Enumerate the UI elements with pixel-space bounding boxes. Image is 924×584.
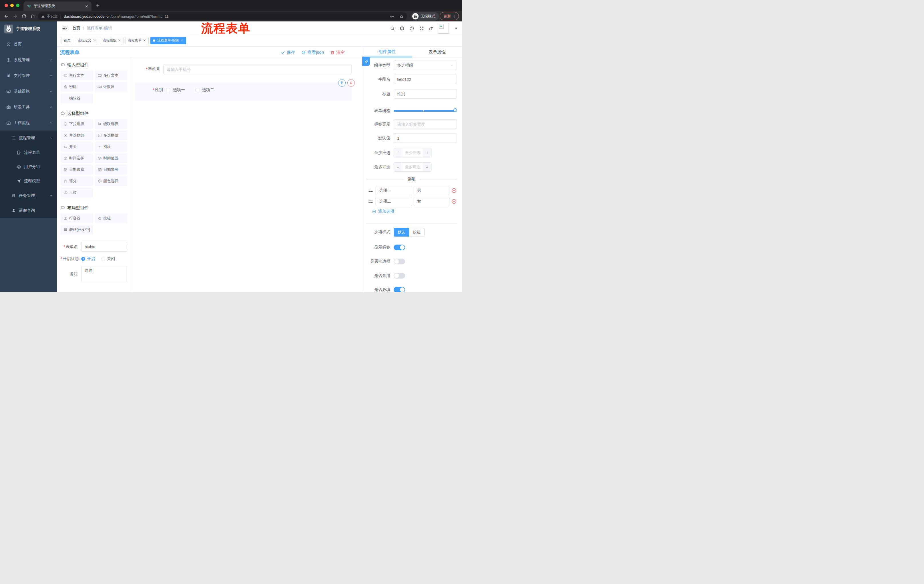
delete-component-button[interactable] <box>347 79 355 87</box>
sidebar-item-工作流程[interactable]: 工作流程 <box>0 115 57 131</box>
remove-option-icon[interactable] <box>451 188 457 193</box>
new-tab-button[interactable] <box>96 3 100 8</box>
option-style-default[interactable]: 默认 <box>394 228 409 237</box>
tab-form-props[interactable]: 表单属性 <box>412 47 462 58</box>
reload-icon[interactable] <box>21 14 26 19</box>
tab-close-icon[interactable] <box>85 4 89 8</box>
palette-item-多行文本[interactable]: 多行文本 <box>95 71 127 80</box>
avatar[interactable] <box>438 23 449 34</box>
option-label-input[interactable] <box>376 186 412 195</box>
toggle-是否禁用[interactable] <box>394 273 405 278</box>
sidebar-item-用户分组[interactable]: 用户分组 <box>0 160 57 174</box>
sidebar-item-流程模型[interactable]: 流程模型 <box>0 174 57 188</box>
tag-流程定义[interactable]: 流程定义 <box>75 37 98 44</box>
slider-handle[interactable] <box>454 108 457 112</box>
stepper-decrease-button[interactable]: − <box>394 163 402 171</box>
component-type-select[interactable]: 多选框组 <box>394 61 457 70</box>
stepper-increase-button[interactable]: + <box>423 148 431 157</box>
sidebar-collapse-icon[interactable] <box>62 26 67 31</box>
checkbox-icon[interactable] <box>195 88 199 92</box>
status-radio-off[interactable]: 关闭 <box>101 256 115 262</box>
help-icon[interactable] <box>409 26 414 31</box>
font-size-icon[interactable]: TT <box>429 26 433 31</box>
fullscreen-icon[interactable] <box>419 26 424 31</box>
field-name-input[interactable] <box>394 74 457 84</box>
sidebar-item-请假查询[interactable]: 请假查询 <box>0 203 57 218</box>
view-json-button[interactable]: 查看json <box>301 50 324 55</box>
home-icon[interactable] <box>30 14 35 19</box>
tag-首页[interactable]: 首页 <box>61 37 73 44</box>
tag-流程表单-编辑[interactable]: 流程表单-编辑 <box>150 37 186 44</box>
default-value-input[interactable] <box>394 133 457 143</box>
palette-item-级联选择[interactable]: 级联选择 <box>95 119 127 129</box>
form-name-input[interactable] <box>81 242 127 252</box>
gender-option-1[interactable]: 选项一 <box>166 87 185 92</box>
sidebar-item-研发工具[interactable]: 研发工具 <box>0 99 57 115</box>
browser-menu-icon[interactable] <box>452 14 456 18</box>
option-value-input[interactable] <box>414 197 449 206</box>
password-key-icon[interactable] <box>390 14 394 18</box>
status-radio-on[interactable]: 开启 <box>81 256 95 262</box>
palette-item-按钮[interactable]: 按钮 <box>95 214 127 223</box>
palette-item-下拉选择[interactable]: 下拉选择 <box>61 119 93 129</box>
option-label-input[interactable] <box>376 197 412 206</box>
canvas-field-phone[interactable]: *手机号 <box>131 64 351 74</box>
toggle-显示标签[interactable] <box>394 245 405 250</box>
grid-slider[interactable] <box>394 110 455 112</box>
sidebar-item-支付管理[interactable]: ¥支付管理 <box>0 68 57 84</box>
tag-流程表单[interactable]: 流程表单 <box>125 37 148 44</box>
palette-item-时间选择[interactable]: 时间选择 <box>61 153 93 163</box>
gender-option-2[interactable]: 选项二 <box>195 87 214 92</box>
option-value-input[interactable] <box>414 186 449 195</box>
palette-item-上传[interactable]: 上传 <box>61 188 93 197</box>
palette-item-日期范围[interactable]: 日期范围 <box>95 165 127 174</box>
palette-item-单选框组[interactable]: 单选框组 <box>61 131 93 140</box>
stepper-decrease-button[interactable]: − <box>394 148 402 157</box>
canvas-field-gender-selected[interactable]: *性别 选项一 选项二 <box>135 83 351 100</box>
maximize-window-button[interactable] <box>16 4 20 7</box>
label-width-input[interactable] <box>394 119 457 129</box>
minimize-window-button[interactable] <box>10 4 14 7</box>
window-controls[interactable] <box>5 4 20 7</box>
palette-item-评分[interactable]: 评分 <box>61 176 93 186</box>
save-button[interactable]: 保存 <box>280 50 295 55</box>
sidebar-item-home[interactable]: 首页 <box>0 36 57 52</box>
palette-item-多选框组[interactable]: 多选框组 <box>95 131 127 140</box>
address-bar[interactable]: 不安全 dashboard.yudao.iocoder.cn/bpm/manag… <box>38 12 407 20</box>
sidebar-item-流程表单[interactable]: 流程表单 <box>0 145 57 160</box>
phone-input[interactable] <box>163 64 351 74</box>
browser-tab[interactable]: 芋道管理系统 <box>23 2 91 11</box>
tab-component-props[interactable]: 组件属性 <box>362 47 412 58</box>
palette-item-表格[开发中][interactable]: 表格[开发中] <box>61 225 93 235</box>
palette-item-计数器[interactable]: 123计数器 <box>95 82 127 92</box>
palette-item-开关[interactable]: 开关 <box>61 142 93 152</box>
option-style-button[interactable]: 按钮 <box>409 228 424 237</box>
palette-item-日期选择[interactable]: 日期选择 <box>61 165 93 174</box>
user-menu-caret-icon[interactable] <box>454 26 459 31</box>
form-remark-textarea[interactable]: 嘿嘿 <box>81 266 127 282</box>
tag-流程模型[interactable]: 流程模型 <box>100 37 124 44</box>
sidebar-item-系统管理[interactable]: 系统管理 <box>0 52 57 68</box>
stepper-increase-button[interactable]: + <box>423 163 431 171</box>
search-icon[interactable] <box>390 26 395 31</box>
browser-update-button[interactable]: 更新 <box>440 12 459 20</box>
sidebar-item-基础设施[interactable]: 基础设施 <box>0 84 57 99</box>
min-select-input[interactable] <box>402 148 423 157</box>
title-input[interactable] <box>394 89 457 99</box>
close-window-button[interactable] <box>5 4 8 7</box>
toggle-是否必填[interactable] <box>394 287 405 292</box>
max-select-input[interactable] <box>402 163 423 171</box>
add-option-button[interactable]: 添加选项 <box>372 209 394 214</box>
palette-item-行容器[interactable]: 行容器 <box>61 214 93 223</box>
sidebar-item-流程管理[interactable]: 流程管理 <box>0 131 57 145</box>
github-icon[interactable] <box>400 26 404 31</box>
sidebar-item-任务管理[interactable]: 任务管理 <box>0 188 57 203</box>
back-icon[interactable] <box>4 14 9 19</box>
palette-item-密码[interactable]: 密码 <box>61 82 93 92</box>
copy-component-button[interactable] <box>338 79 346 87</box>
palette-item-时间范围[interactable]: 时间范围 <box>95 153 127 163</box>
forward-icon[interactable] <box>13 14 18 19</box>
palette-item-编辑器[interactable]: 编辑器 <box>61 94 93 103</box>
breadcrumb-home[interactable]: 首页 <box>72 26 80 31</box>
toggle-是否带边框[interactable] <box>394 258 405 264</box>
